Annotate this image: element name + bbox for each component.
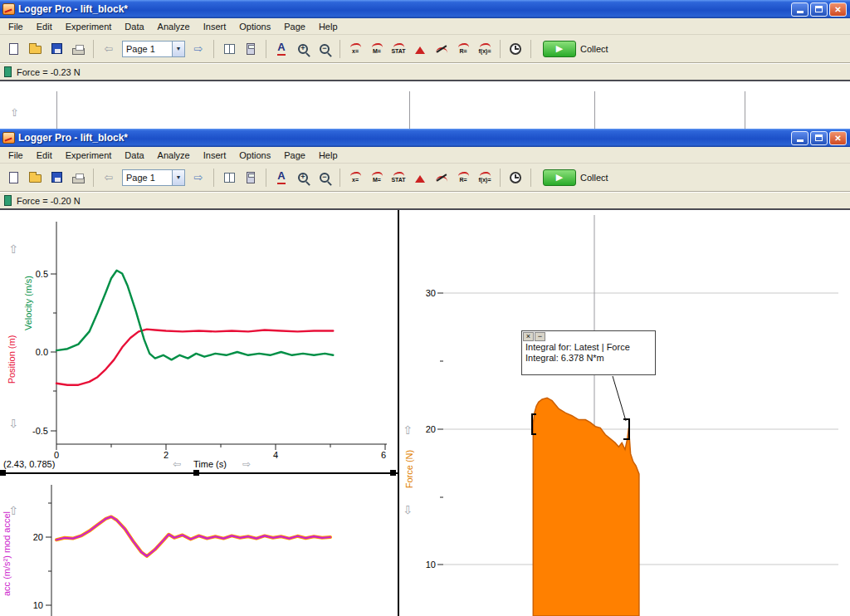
data-table-button[interactable] — [219, 167, 239, 188]
integral-annotation-box[interactable]: × − Integral for: Latest | Force Integra… — [521, 330, 656, 375]
print-icon — [72, 48, 85, 55]
menu-item-analyze[interactable]: Analyze — [151, 149, 197, 162]
prev-page-icon: ⇦ — [105, 172, 114, 183]
menu-item-experiment[interactable]: Experiment — [59, 20, 119, 33]
zoom-in-button[interactable]: + — [293, 167, 313, 188]
data-table-button[interactable] — [219, 38, 239, 60]
page-combobox[interactable]: Page 1 ▼ — [122, 169, 185, 186]
pan-up-icon[interactable]: ⇧ — [8, 242, 18, 256]
save-button[interactable] — [46, 38, 66, 60]
new-file-button[interactable] — [3, 167, 23, 188]
new-file-icon — [9, 172, 18, 183]
tangent-button[interactable] — [432, 38, 452, 60]
model-button[interactable]: f(x)= — [475, 167, 495, 188]
menu-item-edit[interactable]: Edit — [30, 149, 59, 162]
pan-down-icon[interactable]: ⇩ — [8, 417, 18, 430]
menu-item-file[interactable]: File — [2, 20, 30, 33]
calculator-button[interactable] — [241, 167, 261, 188]
zoom-in-icon: + — [298, 173, 308, 183]
statusbar-front: Force = -0.20 N — [0, 192, 850, 210]
close-button[interactable]: ✕ — [829, 2, 847, 17]
menu-item-experiment[interactable]: Experiment — [59, 149, 119, 162]
interface-status-icon — [4, 195, 12, 206]
close-button[interactable]: ✕ — [829, 131, 847, 145]
menu-item-help[interactable]: Help — [312, 20, 344, 33]
menu-item-options[interactable]: Options — [232, 149, 277, 162]
y-tick-label: 0.5 — [36, 269, 48, 279]
open-folder-icon — [29, 46, 42, 54]
delta-button[interactable]: M= — [367, 167, 387, 188]
print-button[interactable] — [68, 167, 88, 188]
next-page-button[interactable]: ⇨ — [188, 167, 208, 188]
velocity-axis-label: Velocity (m/s) — [23, 276, 33, 330]
autoscale-button[interactable]: A — [271, 167, 291, 188]
curve-fit-button[interactable]: R= — [453, 167, 473, 188]
model-icon — [480, 43, 491, 47]
pan-right-icon[interactable]: ⇨ — [242, 458, 251, 470]
print-button[interactable] — [68, 38, 88, 60]
minimize-button[interactable] — [791, 131, 808, 145]
menu-item-options[interactable]: Options — [232, 20, 277, 33]
titlebar-back[interactable]: Logger Pro - lift_block* ✕ — [0, 0, 850, 18]
next-page-button[interactable]: ⇨ — [188, 38, 208, 60]
force-graph[interactable]: 30 20 10 Force (N) ⇧ ⇩ — [399, 210, 850, 616]
zoom-out-button[interactable]: − — [315, 167, 335, 188]
save-button[interactable] — [46, 167, 66, 188]
menu-item-insert[interactable]: Insert — [197, 20, 233, 33]
annotation-collapse-button[interactable]: − — [535, 332, 545, 341]
integral-button[interactable] — [410, 38, 430, 60]
examine-button[interactable]: x= — [345, 167, 365, 188]
graph-strip-back[interactable]: ⇧ — [0, 81, 850, 129]
window-title: Logger Pro - lift_block* — [18, 3, 128, 15]
pan-up-icon[interactable]: ⇧ — [403, 423, 413, 437]
dropdown-icon[interactable]: ▼ — [172, 170, 184, 185]
menu-item-edit[interactable]: Edit — [30, 20, 59, 33]
zoom-in-button[interactable]: + — [293, 38, 313, 60]
pan-down-icon[interactable]: ⇩ — [403, 503, 413, 516]
statistics-button[interactable]: STAT — [388, 167, 408, 188]
maximize-button[interactable] — [810, 131, 828, 145]
menu-item-data[interactable]: Data — [118, 20, 150, 33]
pan-left-icon[interactable]: ⇦ — [173, 458, 181, 470]
pan-up-icon[interactable]: ⇧ — [10, 106, 19, 119]
delta-icon — [372, 43, 383, 47]
interface-status-icon — [4, 66, 12, 77]
zoom-out-button[interactable]: − — [315, 38, 335, 60]
acceleration-graph[interactable]: 20 10 acc (m/s²) mod accel ⇧ — [0, 475, 398, 616]
maximize-button[interactable] — [810, 2, 828, 17]
annotation-close-button[interactable]: × — [523, 332, 534, 341]
menu-item-data[interactable]: Data — [118, 149, 150, 162]
delta-button[interactable]: M= — [367, 38, 387, 60]
position-velocity-graph[interactable]: 0.5 0.0 -0.5 0 2 4 6 Time (s) ⇦ ⇨ (2.43,… — [0, 210, 398, 473]
menu-item-page[interactable]: Page — [277, 149, 312, 162]
model-button[interactable]: f(x)= — [475, 38, 495, 60]
collect-button[interactable]: ▶ — [543, 41, 576, 57]
position-curve — [56, 330, 333, 385]
open-button[interactable] — [25, 38, 45, 60]
replay-button[interactable] — [506, 38, 525, 60]
pan-up-icon[interactable]: ⇧ — [8, 504, 18, 517]
prev-page-button[interactable]: ⇦ — [99, 167, 119, 188]
statistics-button[interactable]: STAT — [388, 38, 408, 60]
menu-item-page[interactable]: Page — [277, 20, 312, 33]
prev-page-button[interactable]: ⇦ — [99, 38, 119, 60]
menu-item-help[interactable]: Help — [312, 149, 344, 162]
examine-button[interactable]: x= — [345, 38, 365, 60]
integral-button[interactable] — [410, 167, 430, 188]
replay-button[interactable] — [506, 167, 525, 188]
menu-item-analyze[interactable]: Analyze — [151, 20, 197, 33]
titlebar-front[interactable]: Logger Pro - lift_block* ✕ — [0, 129, 850, 147]
open-button[interactable] — [25, 167, 45, 188]
curve-fit-button[interactable]: R= — [453, 38, 473, 60]
menu-item-file[interactable]: File — [2, 149, 30, 162]
autoscale-button[interactable]: A — [271, 38, 291, 60]
calculator-button[interactable] — [241, 38, 261, 60]
dropdown-icon[interactable]: ▼ — [172, 42, 184, 56]
tangent-button[interactable] — [432, 167, 452, 188]
collect-button[interactable]: ▶ — [543, 169, 576, 186]
minimize-button[interactable] — [791, 2, 808, 17]
new-file-button[interactable] — [3, 38, 23, 60]
page-combobox[interactable]: Page 1 ▼ — [122, 41, 185, 57]
force-graph-pane: 30 20 10 Force (N) ⇧ ⇩ × − Integral for:… — [398, 210, 850, 616]
menu-item-insert[interactable]: Insert — [197, 149, 233, 162]
